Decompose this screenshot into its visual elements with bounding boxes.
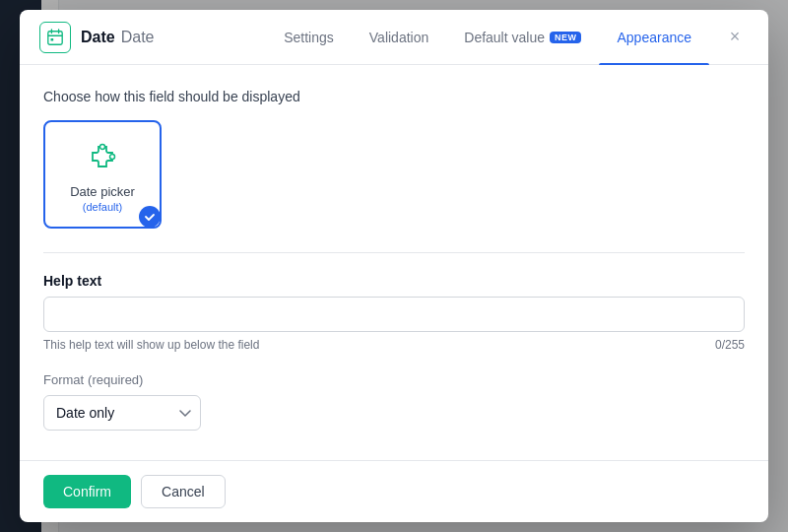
modal-overlay: Date Date Settings Validation Default va… — [0, 0, 788, 532]
close-button[interactable]: × — [721, 24, 749, 51]
help-text-input[interactable] — [43, 297, 745, 332]
modal-nav: Settings Validation Default value NEW Ap… — [266, 10, 709, 65]
field-type-icon — [39, 22, 71, 53]
confirm-button[interactable]: Confirm — [43, 475, 131, 508]
help-text-hint: This help text will show up below the fi… — [43, 338, 745, 352]
new-badge: NEW — [550, 32, 582, 43]
tab-settings[interactable]: Settings — [266, 10, 352, 65]
section-label: Choose how this field should be displaye… — [43, 89, 745, 104]
modal-title: Date — [81, 29, 115, 46]
help-text-label: Help text — [43, 273, 745, 289]
option-date-picker[interactable]: Date picker (default) — [43, 120, 162, 229]
modal-header: Date Date Settings Validation Default va… — [20, 10, 768, 65]
tab-validation[interactable]: Validation — [352, 10, 446, 65]
help-text-section: Help text This help text will show up be… — [43, 273, 745, 352]
modal-subtitle: Date — [121, 29, 155, 46]
modal-dialog: Date Date Settings Validation Default va… — [20, 10, 768, 522]
tab-appearance[interactable]: Appearance — [599, 10, 709, 65]
display-options: Date picker (default) — [43, 120, 745, 229]
svg-point-2 — [100, 144, 105, 149]
modal-body: Choose how this field should be displaye… — [20, 65, 768, 460]
option-default: (default) — [83, 201, 122, 213]
format-select[interactable]: Date only Date and time Time only — [43, 395, 201, 431]
format-label: Format (required) — [43, 371, 745, 387]
option-name: Date picker — [70, 184, 135, 199]
svg-point-3 — [110, 154, 115, 159]
help-text-hint-left: This help text will show up below the fi… — [43, 338, 259, 352]
format-section: Format (required) Date only Date and tim… — [43, 371, 745, 431]
svg-rect-1 — [51, 37, 54, 40]
help-text-counter: 0/255 — [715, 338, 745, 352]
cancel-button[interactable]: Cancel — [141, 475, 226, 508]
divider-1 — [43, 252, 745, 253]
tab-default-value[interactable]: Default value NEW — [446, 10, 599, 65]
modal-footer: Confirm Cancel — [20, 460, 768, 522]
date-picker-icon — [83, 137, 122, 176]
date-icon-svg — [46, 29, 64, 46]
selected-check — [139, 206, 161, 228]
format-select-wrapper: Date only Date and time Time only — [43, 395, 201, 431]
svg-rect-0 — [48, 31, 62, 44]
